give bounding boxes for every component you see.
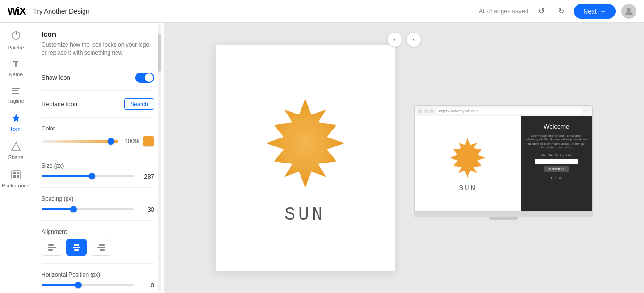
color-section: Color 100% [42,125,154,147]
browser-menu-icon: ≡ [585,108,588,114]
footer-facebook-icon: f [551,176,552,180]
replace-icon-row: Replace Icon Search [42,98,154,110]
sidebar-item-label-tagline: Tagline [8,98,24,104]
alignment-label: Alignment [42,228,154,235]
color-percent: 100% [122,138,139,145]
sidebar-item-icon[interactable]: Icon [2,109,30,136]
color-slider[interactable] [42,140,118,143]
sidebar-item-name[interactable]: T Name [2,56,30,81]
canvas-prev-button[interactable]: ‹ [387,32,402,47]
svg-rect-3 [12,90,18,91]
show-icon-label: Show Icon [42,74,70,81]
main-layout: Palette T Name Tagline Icon [0,23,644,293]
svg-rect-11 [48,244,54,246]
svg-rect-2 [12,88,20,89]
sidebar-item-label-icon: Icon [11,126,21,132]
laptop-base [414,212,593,217]
avatar[interactable] [621,4,636,19]
tagline-icon [11,87,21,96]
name-icon: T [13,60,18,70]
panel-content: Icon Customize how the icon looks on you… [32,23,164,293]
svg-rect-19 [100,249,105,251]
svg-rect-16 [74,249,79,251]
svg-point-0 [627,8,631,12]
canvas-area: ‹ › SUN [164,23,644,293]
svg-rect-12 [48,247,56,248]
topbar-right: All changes saved ↺ ↻ Next → [479,4,636,19]
sidebar-item-background[interactable]: Background [2,166,30,192]
laptop-logo-text: SUN [459,184,477,193]
svg-rect-7 [13,172,16,174]
palette-icon [11,30,21,43]
browser-url: https://www.mysite.com [437,108,582,114]
color-label: Color [42,125,154,132]
sidebar-item-palette[interactable]: Palette [2,26,30,54]
laptop-right-panel: Welcome Lorem ipsum dolor sit amet, cons… [521,116,592,211]
spacing-slider-thumb[interactable] [70,206,77,212]
horizontal-section: Horizontal Position (px) 0 [42,271,154,289]
spacing-slider[interactable] [42,208,134,210]
alignment-section: Alignment [42,228,154,256]
topbar-left: WiX Try Another Design [8,5,90,17]
footer-twitter-icon: t [555,176,556,180]
search-button[interactable]: Search [124,98,154,110]
left-nav: Palette T Name Tagline Icon [0,23,32,293]
show-icon-row: Show Icon [42,73,154,83]
size-section: Size (px) 287 [42,163,154,180]
svg-rect-6 [12,171,20,179]
svg-rect-4 [12,93,19,94]
laptop-screen: https://www.mysite.com ≡ SUN Welcome Lor… [414,105,593,212]
try-another-button[interactable]: Try Another Design [33,8,89,15]
svg-rect-13 [48,249,53,251]
color-row: 100% [42,136,154,147]
spacing-value: 30 [137,206,154,213]
replace-icon-label: Replace Icon [42,100,77,107]
show-icon-toggle[interactable] [135,73,154,83]
svg-point-21 [283,121,326,164]
wix-logo: WiX [8,5,25,17]
canvas-next-button[interactable]: › [406,32,421,47]
align-center-button[interactable] [66,239,87,256]
panel-scrollbar[interactable] [158,23,161,293]
alignment-buttons [42,239,154,256]
panel: Icon Customize how the icon looks on you… [32,23,164,293]
svg-rect-18 [97,247,105,248]
size-slider-thumb[interactable] [89,173,95,179]
size-label: Size (px) [42,163,154,169]
color-slider-thumb[interactable] [108,138,114,145]
canvas-navigation: ‹ › [387,32,421,47]
shape-icon [11,141,21,153]
browser-dot-3 [430,109,434,113]
laptop-footer: f t ✉ [551,176,562,180]
laptop-welcome: Welcome [544,123,569,130]
size-slider-row: 287 [42,173,154,180]
sidebar-item-tagline[interactable]: Tagline [2,83,30,107]
svg-rect-9 [13,175,16,178]
size-slider[interactable] [42,175,134,177]
sidebar-item-shape[interactable]: Shape [2,138,30,164]
footer-email-icon: ✉ [559,176,562,180]
background-icon [11,170,21,181]
horizontal-slider[interactable] [42,284,134,286]
logo-card: SUN [216,45,395,271]
svg-marker-23 [450,138,485,178]
laptop-content: SUN Welcome Lorem ipsum dolor sit amet, … [415,116,592,211]
svg-rect-10 [17,175,19,178]
align-right-button[interactable] [91,239,111,256]
sun-icon-main [253,91,357,195]
align-left-button[interactable] [42,239,62,256]
horizontal-slider-row: 0 [42,282,154,289]
svg-rect-8 [17,172,19,174]
topbar: WiX Try Another Design All changes saved… [0,0,644,23]
undo-button[interactable]: ↺ [534,4,548,18]
laptop-mailing-list: Join Our Mailing List [542,154,571,157]
sidebar-item-label-shape: Shape [8,155,24,160]
color-swatch[interactable] [143,136,154,147]
sidebar-item-label-name: Name [9,72,23,77]
redo-button[interactable]: ↻ [554,4,568,18]
save-status: All changes saved [479,8,529,15]
horizontal-slider-thumb[interactable] [75,282,82,288]
laptop-preview: https://www.mysite.com ≡ SUN Welcome Lor… [414,105,593,220]
next-button[interactable]: Next → [574,4,616,19]
laptop-left-panel: SUN [415,116,521,211]
